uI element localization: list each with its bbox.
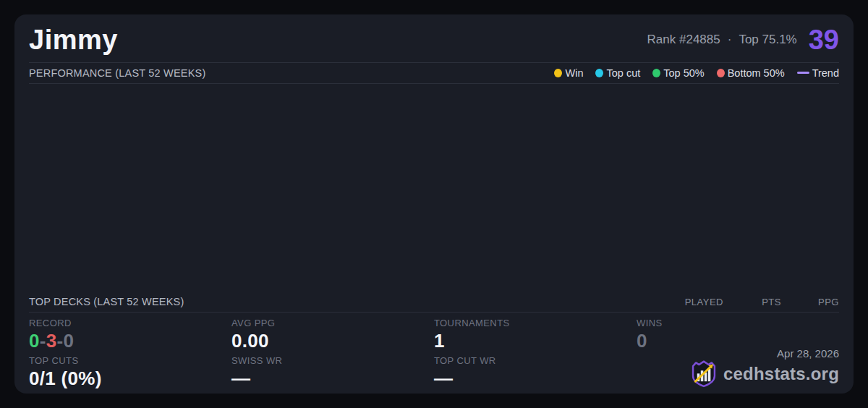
stat-top-cuts: TOP CUTS 0/1 (0%)	[29, 355, 231, 393]
stat-record-value: 0-3-0	[29, 331, 231, 352]
legend-item-trend: Trend	[797, 67, 839, 79]
stat-top-cut-wr: TOP CUT WR —	[434, 355, 637, 393]
legend-label-top50: Top 50%	[663, 67, 704, 79]
generated-date: Apr 28, 2026	[691, 347, 839, 360]
legend-label-top-cut: Top cut	[606, 67, 640, 79]
stat-top-cuts-label: TOP CUTS	[29, 355, 231, 366]
legend-item-win: Win	[554, 67, 583, 79]
column-header-played: PLAYED	[665, 297, 723, 307]
legend-label-bottom50: Bottom 50%	[728, 67, 785, 79]
percentile-label: Top 75.1%	[739, 33, 796, 47]
record-wins: 0	[29, 330, 40, 352]
stat-swiss-wr-label: SWISS WR	[231, 355, 434, 366]
footer: Apr 28, 2026 cedhstats.org	[691, 347, 839, 388]
legend-item-top-cut: Top cut	[595, 67, 640, 79]
legend-label-win: Win	[565, 67, 583, 79]
top-decks-column-headers: PLAYED PTS PPG	[665, 297, 839, 307]
legend-label-trend: Trend	[812, 67, 839, 79]
legend-item-top50: Top 50%	[652, 67, 704, 79]
rank-label: Rank #24885	[647, 33, 720, 47]
column-header-pts: PTS	[741, 297, 781, 307]
trend-line-icon	[797, 72, 809, 74]
stat-record-label: RECORD	[29, 318, 231, 328]
page-title: Jimmy	[29, 25, 118, 56]
stat-tournaments-value: 1	[434, 331, 637, 352]
stat-swiss-wr: SWISS WR —	[231, 355, 434, 393]
stat-avg-ppg-value: 0.00	[231, 331, 434, 352]
stat-swiss-wr-value: —	[231, 368, 434, 389]
stat-top-cuts-value: 0/1 (0%)	[29, 368, 231, 389]
performance-chart-area	[29, 84, 839, 292]
top-decks-section-title: TOP DECKS (LAST 52 WEEKS)	[29, 296, 184, 307]
top50-dot-icon	[652, 69, 660, 77]
bottom50-dot-icon	[717, 69, 725, 77]
record-losses: 3	[46, 330, 57, 352]
top-cut-dot-icon	[595, 69, 603, 77]
cedhstats-logo-icon	[691, 360, 717, 388]
stat-avg-ppg: AVG PPG 0.00	[231, 318, 434, 355]
chart-legend: Win Top cut Top 50% Bottom 50% Trend	[554, 67, 839, 79]
win-dot-icon	[554, 69, 562, 77]
brand-name: cedhstats.org	[723, 364, 839, 384]
player-stats-card: Jimmy Rank #24885 · Top 75.1% 39 PERFORM…	[14, 14, 854, 394]
stat-top-cut-wr-value: —	[434, 368, 637, 389]
stat-tournaments: TOURNAMENTS 1	[434, 318, 637, 355]
record-draws: 0	[63, 330, 74, 352]
record-sep1: -	[40, 330, 46, 352]
stat-avg-ppg-label: AVG PPG	[231, 318, 434, 328]
rank-separator-dot: ·	[728, 33, 732, 47]
legend-item-bottom50: Bottom 50%	[717, 67, 785, 79]
rank-info: Rank #24885 · Top 75.1%	[647, 33, 797, 47]
header-right: Rank #24885 · Top 75.1% 39	[647, 26, 839, 54]
card-header: Jimmy Rank #24885 · Top 75.1% 39	[29, 14, 839, 63]
performance-section-header: PERFORMANCE (LAST 52 WEEKS) Win Top cut …	[29, 63, 839, 84]
stat-wins-label: WINS	[637, 318, 839, 328]
stat-top-cut-wr-label: TOP CUT WR	[434, 355, 637, 366]
stat-tournaments-label: TOURNAMENTS	[434, 318, 637, 328]
score-badge: 39	[809, 26, 839, 54]
top-decks-section-header: TOP DECKS (LAST 52 WEEKS) PLAYED PTS PPG	[29, 292, 839, 313]
column-header-ppg: PPG	[799, 297, 839, 307]
brand-lockup: cedhstats.org	[691, 360, 839, 388]
stat-record: RECORD 0-3-0	[29, 318, 231, 355]
performance-section-title: PERFORMANCE (LAST 52 WEEKS)	[29, 67, 205, 79]
